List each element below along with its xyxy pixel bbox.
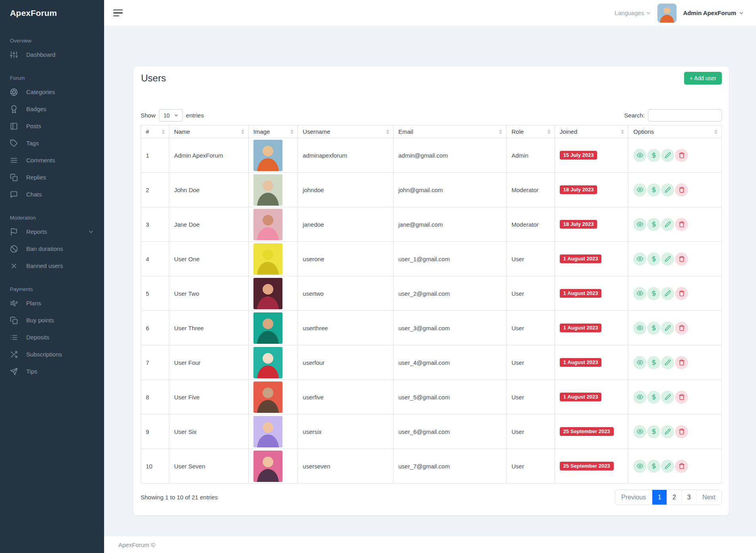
sidebar-item-banned-users[interactable]: Banned users [0, 257, 104, 274]
sidebar-item-buy-points[interactable]: Buy points [0, 312, 104, 329]
delete-button[interactable] [675, 322, 688, 335]
languages-dropdown[interactable]: Languages [615, 10, 651, 16]
edit-button[interactable] [661, 356, 674, 369]
menu-toggle-icon[interactable] [113, 10, 123, 17]
sidebar-item-ban-durations[interactable]: Ban durations [0, 240, 104, 257]
user-image [253, 278, 282, 309]
view-button[interactable] [633, 425, 646, 438]
column-header-email[interactable]: Email [393, 125, 507, 138]
view-button[interactable] [633, 460, 646, 473]
edit-icon [665, 221, 671, 227]
pagination-page-2[interactable]: 2 [667, 490, 681, 505]
add-user-button[interactable]: + Add user [684, 72, 722, 85]
award-icon [10, 105, 18, 113]
column-header-role[interactable]: Role [507, 125, 555, 138]
payments-button[interactable] [647, 460, 660, 473]
payments-button[interactable] [647, 322, 660, 335]
sidebar-item-posts[interactable]: Posts [0, 118, 104, 135]
delete-button[interactable] [675, 391, 688, 404]
edit-button[interactable] [661, 149, 674, 162]
delete-button[interactable] [675, 460, 688, 473]
column-header-options[interactable]: Options [628, 125, 722, 138]
delete-button[interactable] [675, 183, 688, 197]
page-size-select[interactable]: 10 [159, 109, 183, 121]
search-input[interactable] [648, 109, 722, 121]
column-header-name[interactable]: Name [169, 125, 249, 138]
payments-button[interactable] [647, 183, 660, 197]
delete-button[interactable] [675, 287, 688, 300]
table-controls: Show 10 entries Search: [141, 109, 722, 121]
pagination-previous[interactable]: Previous [615, 490, 652, 505]
column-header-username[interactable]: Username [298, 125, 394, 138]
column-header-image[interactable]: Image [248, 125, 298, 138]
delete-button[interactable] [675, 218, 688, 231]
payments-button[interactable] [647, 149, 660, 162]
payments-button[interactable] [647, 252, 660, 266]
view-button[interactable] [633, 252, 646, 266]
show-label: Show [141, 112, 156, 119]
app-logo[interactable]: ApexForum [0, 0, 104, 26]
send-icon [10, 368, 18, 376]
edit-button[interactable] [661, 460, 674, 473]
pagination-page-1[interactable]: 1 [652, 490, 667, 505]
sidebar-item-badges[interactable]: Badges [0, 100, 104, 118]
payments-button[interactable] [647, 287, 660, 300]
edit-button[interactable] [661, 322, 674, 335]
user-menu[interactable]: Admin ApexForum [683, 10, 744, 16]
sidebar-item-chats[interactable]: Chats [0, 186, 104, 203]
edit-button[interactable] [661, 425, 674, 438]
cell-email: user_4@gmail.com [393, 345, 507, 380]
cell-number: 9 [141, 414, 169, 449]
sidebar-item-subscriptions[interactable]: Subscriptions [0, 346, 104, 363]
user-avatar[interactable] [657, 4, 677, 23]
sidebar-item-tags[interactable]: Tags [0, 135, 104, 152]
sort-arrows-icon [499, 129, 502, 134]
column-header-joined[interactable]: Joined [555, 125, 628, 138]
cell-joined: 1 August 2023 [555, 311, 628, 345]
delete-button[interactable] [675, 356, 688, 369]
sidebar-item-plans[interactable]: Plans [0, 295, 104, 312]
edit-button[interactable] [661, 183, 674, 197]
edit-button[interactable] [661, 391, 674, 404]
sidebar-item-dashboard[interactable]: Dashboard [0, 46, 104, 63]
view-button[interactable] [633, 287, 646, 300]
sidebar-item-replies[interactable]: Replies [0, 169, 104, 186]
sidebar-item-label: Subscriptions [26, 351, 62, 358]
payments-button[interactable] [647, 218, 660, 231]
cell-role: User [507, 276, 555, 311]
edit-button[interactable] [661, 218, 674, 231]
dollar-icon [651, 290, 657, 297]
payments-button[interactable] [647, 356, 660, 369]
sidebar-item-comments[interactable]: Comments [0, 152, 104, 169]
dollar-icon [651, 428, 657, 435]
dollar-icon [651, 463, 657, 469]
payments-button[interactable] [647, 391, 660, 404]
table-row: 4User Oneuseroneuser_1@gmail.comUser1 Au… [141, 242, 722, 276]
edit-button[interactable] [661, 287, 674, 300]
view-button[interactable] [633, 149, 646, 162]
sort-arrows-icon [547, 129, 551, 134]
view-button[interactable] [633, 356, 646, 369]
sidebar: ApexForum OverviewDashboardForumCategori… [0, 0, 104, 553]
delete-button[interactable] [675, 252, 688, 266]
view-button[interactable] [633, 218, 646, 231]
view-button[interactable] [633, 391, 646, 404]
cell-username: usertwo [298, 276, 394, 311]
column-header--[interactable]: # [141, 125, 169, 138]
sidebar-item-categories[interactable]: Categories [0, 83, 104, 100]
sidebar-item-reports[interactable]: Reports [0, 223, 104, 240]
view-button[interactable] [633, 322, 646, 335]
main-content: Users + Add user Show 10 entries Search:… [104, 26, 756, 515]
column-header-label: Joined [560, 128, 577, 135]
sidebar-item-tips[interactable]: Tips [0, 363, 104, 380]
delete-button[interactable] [675, 149, 688, 162]
pagination-page-3[interactable]: 3 [681, 490, 696, 505]
delete-button[interactable] [675, 425, 688, 438]
message-square-icon [10, 191, 18, 198]
edit-button[interactable] [661, 252, 674, 266]
sidebar-item-deposits[interactable]: Deposits [0, 329, 104, 346]
payments-button[interactable] [647, 425, 660, 438]
view-button[interactable] [633, 183, 646, 197]
trash-icon [679, 290, 685, 297]
pagination-next[interactable]: Next [696, 490, 721, 505]
